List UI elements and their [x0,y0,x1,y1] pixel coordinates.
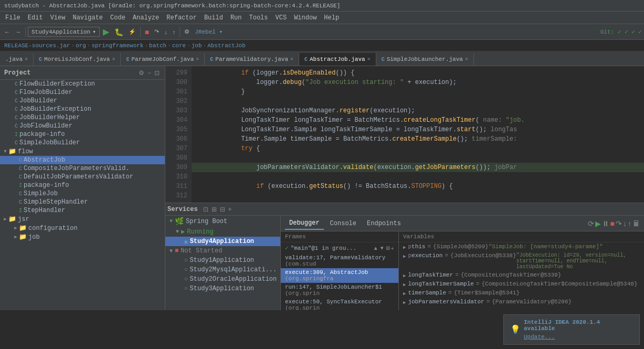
frame-item-0[interactable]: validate:17, ParameValidatory (com.stud [281,253,398,268]
run-with-coverage-button[interactable]: ⚡ [126,27,138,36]
services-notstarted[interactable]: ▼ ■ Not Started [165,246,280,256]
step-out-button[interactable]: ↑ [171,28,178,36]
frame-item-2[interactable]: run:147, SimpleJobLauncher$1 (org.sprin [281,283,398,298]
menu-refactor[interactable]: Refactor [163,13,200,23]
var-jobparamsvalidator[interactable]: ▶ jobParametersValidator = {ParameValida… [399,298,644,306]
tree-configuration[interactable]: ▶ 📁 configuration [0,224,165,232]
project-expand-btn[interactable]: ⊡ [153,69,161,77]
menu-help[interactable]: Help [321,13,342,23]
breadcrumb-springframework[interactable]: springframework [91,43,143,49]
tree-package-info-1[interactable]: I package-info [0,130,165,139]
breadcrumb-job[interactable]: job [192,43,202,49]
tab-debugger[interactable]: Debugger [285,217,324,230]
menu-edit[interactable]: Edit [25,13,46,23]
tab-paramevalidatory-close[interactable]: × [290,57,293,62]
services-study4app[interactable]: ◉ Study4Application [165,237,280,246]
debug-resume-btn[interactable]: ▶ [595,219,601,228]
services-add-btn[interactable]: + [227,206,233,213]
services-study2oracle[interactable]: ○ Study2OracleApplication [165,274,280,284]
code-content[interactable]: if (logger.isDebugEnabled()) { logger.de… [192,66,644,203]
run-config-selector[interactable]: Study4Application ▾ [28,27,100,37]
tab-java[interactable]: .java × [0,53,34,66]
services-study1app[interactable]: ○ Study1Application [165,256,280,265]
tree-SimpleStepHandler[interactable]: C SimpleStepHandler [0,198,165,206]
breadcrumb-core[interactable]: core [172,43,186,49]
tab-endpoints[interactable]: Endpoints [363,218,405,229]
project-collapse-btn[interactable]: − [146,69,152,77]
code-editor[interactable]: 299 300 301 302 303 304 305 306 307 308 … [165,66,644,203]
stop-button[interactable]: ■ [143,27,151,37]
tab-abstractjob-close[interactable]: × [367,57,371,62]
frame-thread-row[interactable]: ✓ "main"@1 in grou... ▲ ▼ ⊞ + [281,242,398,253]
tree-JobBuilderException[interactable]: C JobBuilderException [0,105,165,113]
menu-navigate[interactable]: Navigate [69,13,106,23]
tab-paramejobconf[interactable]: C ParameJobConf.java × [121,53,205,66]
var-longtasktimer[interactable]: ▶ longTaskTimer = {CompositeLongTaskTime… [399,271,644,280]
tab-paramevalidatory[interactable]: C ParameValidatory.java × [205,53,299,66]
tree-FlowBuilderException[interactable]: C FlowBuilderException [0,80,165,88]
services-filter-btn[interactable]: ⊞ [210,206,218,213]
step-over-button[interactable]: ↷ [152,27,161,36]
menu-vcs[interactable]: VCS [272,13,290,23]
tree-jsr-folder[interactable]: ▶ 📁 jsr [0,215,165,224]
var-execution[interactable]: ▶ p execution = {JobExecution@5338} "Job… [399,251,644,271]
settings-button[interactable]: ⚙ [182,27,192,36]
menu-tools[interactable]: Tools [246,13,271,23]
breadcrumb-abstractjob[interactable]: AbstractJob [207,43,246,49]
var-longtasktimersample[interactable]: ▶ longTaskTimerSample = {CompositeLongTa… [399,280,644,289]
tree-JobBuilderHelper[interactable]: C JobBuilderHelper [0,113,165,122]
project-settings-btn[interactable]: ⚙ [138,69,145,77]
menu-code[interactable]: Code [107,13,129,23]
tree-JobFlowBuilder[interactable]: C JobFlowBuilder [0,122,165,130]
tree-FlowJobBuilder[interactable]: C FlowJobBuilder [0,88,165,97]
breadcrumb-org[interactable]: org [76,43,86,49]
debug-rerun-btn[interactable]: ⟳ [588,219,594,228]
tree-SimpleJob[interactable]: C SimpleJob [0,189,165,198]
menu-analyze[interactable]: Analyze [130,13,162,23]
debug-stop-btn[interactable]: ■ [610,219,615,228]
tree-AbstractJob[interactable]: C AbstractJob [0,156,165,164]
debug-step-over-btn[interactable]: ↷ [616,219,622,228]
tree-JobBuilder[interactable]: C JobBuilder [0,97,165,105]
services-springboot[interactable]: ▼ 🌿 Spring Boot [165,216,280,227]
menu-run[interactable]: Run [227,13,245,23]
tab-simplejoblauncher-close[interactable]: × [465,57,468,62]
breadcrumb-batch[interactable]: batch [149,43,166,49]
var-this[interactable]: ▶ p this = {SimpleJob@5209} "SimpleJob: … [399,242,644,251]
menu-window[interactable]: Window [291,13,320,23]
tree-package-info-2[interactable]: I package-info [0,181,165,189]
tab-simplejoblauncher[interactable]: C SimpleJobLauncher.java × [376,53,474,66]
tree-flow-folder[interactable]: ▼ 📁 flow [0,147,165,156]
frame-up-btn[interactable]: ▲ [373,245,378,251]
debug-button[interactable]: 🐛 [112,27,125,37]
tab-morelisjobconf[interactable]: C MoreLisJobConf.java × [34,53,121,66]
debug-pause-btn[interactable]: ⏸ [602,219,609,228]
tab-paramejobconf-close[interactable]: × [196,57,199,62]
services-group-btn[interactable]: ⊟ [219,206,226,213]
tree-SimpleJobBuilder[interactable]: C SimpleJobBuilder [0,139,165,147]
run-button[interactable]: ▶ [101,26,111,38]
frame-item-1[interactable]: execute:309, AbstractJob (org.springfra [281,268,398,283]
debug-step-out-btn[interactable]: ↑ [628,219,631,228]
services-expand-btn[interactable]: ⊡ [202,206,209,213]
tab-morelisjobconf-close[interactable]: × [112,57,115,62]
services-running[interactable]: ▼ ▶ Running [165,227,280,237]
services-study3app[interactable]: ○ Study3Application [165,284,280,293]
debug-step-into-btn[interactable]: ↓ [623,219,627,228]
tree-job[interactable]: ▶ 📁 job [0,232,165,241]
debug-evaluate-btn[interactable]: 🖩 [632,219,640,228]
breadcrumb-sources[interactable]: RELEASE-sources.jar [4,43,70,49]
var-timersample[interactable]: ▶ timerSample = {Timer$Sample@5341} [399,289,644,298]
tab-abstractjob[interactable]: C AbstractJob.java × [299,53,376,66]
back-button[interactable]: ← [2,28,12,36]
frame-add-btn[interactable]: + [391,245,394,251]
step-into-button[interactable]: ↓ [162,28,170,36]
services-study2mysql[interactable]: ○ Study2MysqlApplicati... [165,265,280,274]
menu-build[interactable]: Build [201,13,226,23]
tree-DefaultJobParametersValidator[interactable]: C DefaultJobParametersValidator [0,173,165,181]
tab-java-close[interactable]: × [25,57,28,62]
frame-down-btn[interactable]: ▼ [379,245,385,251]
tree-CompositeJobParametersValid[interactable]: C CompositeJobParametersValid. [0,164,165,173]
frame-item-3[interactable]: execute:50, SyncTaskExecutor (org.sprin [281,298,398,310]
menu-file[interactable]: File [2,13,24,23]
